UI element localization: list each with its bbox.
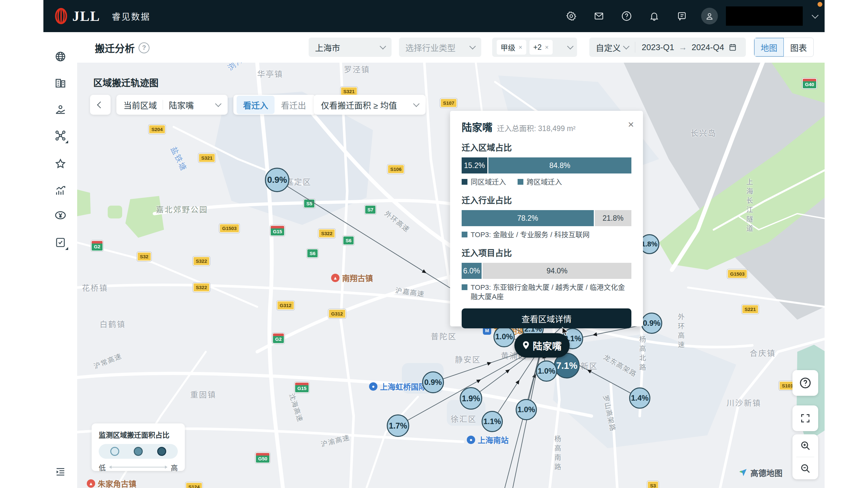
zoom-in-button[interactable]	[800, 434, 811, 457]
map-attribution-text: 高德地图	[750, 467, 782, 478]
app-window: JLL 睿见数据	[43, 0, 825, 488]
chevron-down-icon	[380, 43, 386, 50]
chevron-down-icon	[567, 43, 574, 50]
map-bubble[interactable]: 0.9%	[265, 168, 289, 192]
legend-dot	[134, 447, 143, 456]
notifications-icon[interactable]	[641, 0, 668, 32]
area-filter-value: 仅看搬迁面积 ≥ 均值	[321, 99, 397, 111]
toggle-outflow[interactable]: 看迁出	[275, 96, 312, 114]
map-bubble[interactable]: 1.0%	[494, 326, 515, 347]
chevron-down-icon	[413, 101, 420, 107]
map-bubble[interactable]: 1.9%	[460, 387, 482, 410]
bar-segment: 84.8%	[488, 157, 631, 173]
tag-remove-icon[interactable]: ×	[519, 44, 522, 51]
sidebar-globe-icon[interactable]	[53, 50, 67, 64]
mail-icon[interactable]	[585, 0, 613, 32]
map-bubble[interactable]: 1.0%	[516, 399, 537, 420]
bar-segment: 21.8%	[595, 210, 631, 226]
view-toggle-map[interactable]: 地图	[754, 38, 784, 57]
chevron-down-icon	[623, 43, 629, 50]
legend-scale	[99, 444, 178, 459]
city-select[interactable]: 上海市	[309, 38, 392, 57]
view-toggle-chart[interactable]: 图表	[784, 38, 813, 57]
popup-section-legend: TOP3: 金融业 / 专业服务 / 科技互联网	[462, 230, 631, 239]
divider	[163, 100, 163, 109]
popup-section-legend: 同区域迁入跨区域迁入	[462, 177, 631, 187]
page-help-icon[interactable]: ?	[138, 42, 150, 53]
grade-tag-label: 甲级	[500, 42, 515, 53]
bar-segment: 78.2%	[462, 210, 594, 226]
map-bubble[interactable]: 0.9%	[641, 313, 662, 334]
bar-segment: 94.0%	[483, 263, 631, 279]
chevron-down-icon	[469, 43, 476, 50]
grade-multiselect[interactable]: 甲级×+2×	[492, 38, 577, 57]
toggle-inflow[interactable]: 看迁入	[237, 96, 275, 114]
legend-swatch	[518, 179, 523, 185]
grade-multiselect-tags: 甲级×+2×	[497, 40, 556, 55]
sidebar-star-icon[interactable]	[53, 157, 67, 171]
legend-low-label: 低	[99, 462, 106, 472]
popup-close-icon[interactable]: ×	[628, 119, 634, 129]
back-button[interactable]	[90, 95, 111, 115]
view-region-detail-button[interactable]: 查看区域详情	[462, 308, 631, 328]
page-title: 搬迁分析 ?	[95, 40, 150, 55]
map-bubble[interactable]: 1.1%	[482, 411, 503, 432]
popup-section: 迁入区域占比15.2%84.8%同区域迁入跨区域迁入	[462, 141, 631, 187]
industry-select-placeholder: 选择行业类型	[405, 41, 456, 53]
brand[interactable]: JLL 睿见数据	[54, 8, 151, 24]
map-bubble[interactable]: 1.4%	[629, 387, 650, 409]
period-mode[interactable]: 自定义	[596, 41, 621, 53]
legend-title: 监测区域搬迁面积占比	[99, 429, 178, 440]
left-sidebar	[43, 32, 77, 488]
map-zoom-controls	[793, 434, 818, 479]
period-end[interactable]: 2024-Q4	[691, 42, 724, 52]
sidebar-buildings-icon[interactable]	[53, 76, 67, 90]
sidebar-drone-icon[interactable]	[53, 129, 67, 143]
legend-arrow	[110, 467, 167, 467]
map-bubble[interactable]: 0.9%	[422, 371, 444, 393]
legend-high-label: 高	[171, 462, 178, 472]
help-icon[interactable]	[613, 0, 641, 32]
popup-section: 迁入项目占比6.0%94.0%TOP3: 东亚银行金融大厦 / 越秀大厦 / 临…	[462, 247, 631, 301]
industry-select[interactable]: 选择行业类型	[399, 38, 481, 57]
direction-toggle: 看迁入 看迁出	[234, 95, 316, 115]
popup-section: 迁入行业占比78.2%21.8%TOP3: 金融业 / 专业服务 / 科技互联网	[462, 194, 631, 239]
zoom-out-button[interactable]	[800, 457, 811, 479]
sidebar-currency-icon[interactable]	[53, 208, 67, 222]
top-header: JLL 睿见数据	[43, 0, 825, 32]
jll-logo-icon	[54, 8, 68, 24]
divider	[635, 42, 635, 53]
sidebar-tasks-icon[interactable]	[53, 235, 67, 249]
map-help-button[interactable]	[793, 370, 818, 396]
calendar-icon	[728, 43, 737, 52]
popup-section-bar: 15.2%84.8%	[462, 157, 631, 173]
period-picker[interactable]: 自定义 2023-Q1 → 2024-Q4	[589, 38, 746, 57]
account-avatar[interactable]	[696, 0, 723, 32]
tag-remove-icon[interactable]: ×	[545, 44, 549, 51]
legend-item: 同区域迁入	[462, 177, 506, 187]
screen: JLL 睿见数据	[0, 0, 868, 488]
period-arrow: →	[679, 42, 687, 52]
legend-swatch	[462, 284, 467, 290]
sidebar-site-survey-icon[interactable]	[53, 102, 67, 117]
map-bubble[interactable]: 1.7%	[387, 415, 409, 437]
popup-section-title: 迁入区域占比	[462, 141, 631, 153]
grade-tag[interactable]: 甲级×	[497, 40, 526, 55]
product-name: 睿见数据	[112, 10, 151, 23]
mouse-cursor	[561, 327, 569, 338]
settings-icon[interactable]	[557, 0, 585, 32]
grade-tag[interactable]: +2×	[529, 40, 553, 55]
area-filter-select[interactable]: 仅看搬迁面积 ≥ 均值	[314, 95, 426, 115]
sidebar-trend-icon[interactable]	[53, 184, 67, 198]
header-actions	[557, 0, 825, 32]
region-selector[interactable]: 当前区域 陆家嘴	[116, 95, 227, 115]
map-bubble[interactable]: 1.0%	[536, 360, 557, 382]
map-fullscreen-button[interactable]	[793, 405, 818, 431]
avatar	[701, 8, 718, 24]
location-pin-icon	[522, 341, 529, 350]
map-canvas[interactable]: 浏河华亭镇罗泾镇长兴岛嘉定区盐铁塘嘉北郊野公园外环高速沪嘉高速花桥镇白鹤镇普陀区…	[77, 63, 825, 488]
period-start[interactable]: 2023-Q1	[642, 42, 674, 52]
sidebar-collapse-icon[interactable]	[53, 465, 67, 479]
legend-swatch	[462, 179, 467, 185]
feedback-icon[interactable]	[668, 0, 696, 32]
